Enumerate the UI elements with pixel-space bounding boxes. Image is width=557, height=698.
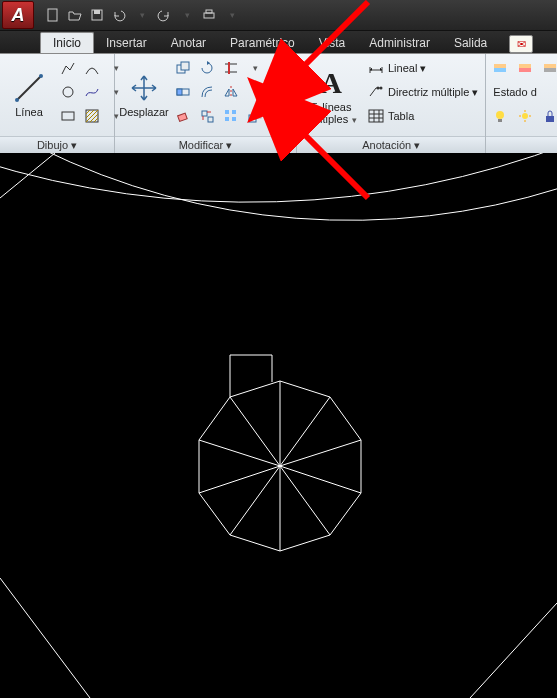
quick-access-toolbar: ▾ ▾ ▾ bbox=[44, 6, 241, 24]
svg-rect-22 bbox=[225, 117, 229, 121]
panel-modificar: Desplazar ▾ ▾ ▾ ▾ ▾ Modifi bbox=[115, 54, 297, 153]
open-icon[interactable] bbox=[66, 6, 84, 24]
svg-rect-25 bbox=[253, 110, 261, 118]
svg-line-5 bbox=[17, 76, 41, 100]
join-icon[interactable]: ▾ bbox=[268, 105, 294, 127]
rectangle-icon[interactable] bbox=[57, 105, 79, 127]
directriz-button[interactable]: Directriz múltiple ▾ bbox=[364, 81, 482, 103]
scale-icon[interactable] bbox=[244, 105, 266, 127]
save-icon[interactable] bbox=[88, 6, 106, 24]
undo-icon[interactable] bbox=[110, 6, 128, 24]
explode-icon[interactable] bbox=[196, 105, 218, 127]
tab-parametrico[interactable]: Paramétrico bbox=[218, 33, 307, 53]
copy-icon[interactable] bbox=[172, 57, 194, 79]
svg-rect-9 bbox=[62, 112, 74, 120]
annotation-rows: Lineal ▾ Directriz múltiple ▾ Tabla bbox=[364, 57, 482, 133]
extend-icon[interactable]: ▾ bbox=[268, 57, 294, 79]
arc-icon[interactable] bbox=[81, 57, 103, 79]
bulb-icon[interactable] bbox=[489, 105, 511, 127]
mtext-button[interactable]: A T. líneas múltiples ▾ bbox=[300, 57, 362, 133]
panel-anotacion: A T. líneas múltiples ▾ Lineal ▾ Directr… bbox=[297, 54, 486, 153]
panel-title-dibujo[interactable]: Dibujo ▾ bbox=[0, 136, 114, 153]
svg-point-6 bbox=[15, 98, 19, 102]
panel-title-anotacion[interactable]: Anotación ▾ bbox=[297, 136, 485, 153]
svg-rect-2 bbox=[94, 10, 100, 14]
svg-rect-37 bbox=[498, 119, 502, 122]
line-icon bbox=[13, 72, 45, 104]
leader-icon bbox=[368, 84, 384, 100]
stretch-icon[interactable] bbox=[172, 81, 194, 103]
help-icon[interactable]: ✉ bbox=[509, 35, 533, 53]
hatch-icon[interactable] bbox=[81, 105, 103, 127]
app-menu-button[interactable]: A bbox=[2, 1, 34, 29]
svg-rect-32 bbox=[519, 64, 531, 68]
svg-point-7 bbox=[39, 74, 43, 78]
ribbon-tabs: Inicio Insertar Anotar Paramétrico Vista… bbox=[0, 31, 557, 54]
svg-rect-43 bbox=[546, 116, 554, 122]
svg-line-56 bbox=[0, 578, 90, 698]
desplazar-button[interactable]: Desplazar bbox=[118, 57, 170, 133]
circle-icon[interactable] bbox=[57, 81, 79, 103]
array-icon[interactable] bbox=[220, 105, 242, 127]
new-icon[interactable] bbox=[44, 6, 62, 24]
modify-drop-col: ▾ ▾ ▾ bbox=[268, 57, 294, 133]
polyline-icon[interactable] bbox=[57, 57, 79, 79]
qat-dropdown-icon[interactable]: ▾ bbox=[223, 6, 241, 24]
svg-line-57 bbox=[470, 603, 557, 698]
tabla-button[interactable]: Tabla bbox=[364, 105, 482, 127]
tab-inicio[interactable]: Inicio bbox=[40, 32, 94, 53]
svg-line-47 bbox=[280, 397, 330, 466]
spline-icon[interactable] bbox=[81, 81, 103, 103]
redo-icon[interactable] bbox=[155, 6, 173, 24]
layer-icon-2[interactable] bbox=[514, 57, 536, 79]
svg-rect-15 bbox=[178, 113, 188, 121]
print-icon[interactable] bbox=[200, 6, 218, 24]
svg-rect-3 bbox=[204, 13, 214, 18]
tab-administrar[interactable]: Administrar bbox=[357, 33, 442, 53]
undo-dropdown-icon[interactable]: ▾ bbox=[133, 6, 151, 24]
svg-rect-14 bbox=[177, 89, 182, 95]
layer-icon-3[interactable] bbox=[539, 57, 557, 79]
svg-rect-12 bbox=[181, 62, 189, 70]
svg-rect-33 bbox=[519, 68, 531, 72]
svg-line-50 bbox=[280, 466, 330, 535]
sun-icon[interactable] bbox=[514, 105, 536, 127]
svg-line-54 bbox=[199, 440, 280, 466]
tab-anotar[interactable]: Anotar bbox=[159, 33, 218, 53]
offset-icon[interactable] bbox=[196, 81, 218, 103]
svg-rect-16 bbox=[202, 111, 207, 116]
panel-title-modificar[interactable]: Modificar ▾ bbox=[115, 136, 296, 153]
dimension-icon bbox=[368, 60, 384, 76]
estado-button[interactable]: Estado d bbox=[489, 81, 557, 103]
erase-icon[interactable] bbox=[172, 105, 194, 127]
layer-icon-1[interactable] bbox=[489, 57, 511, 79]
mirror-icon[interactable] bbox=[220, 81, 242, 103]
svg-rect-30 bbox=[494, 64, 506, 68]
lineal-button[interactable]: Lineal ▾ bbox=[364, 57, 482, 79]
mod-drop-1[interactable]: ▾ bbox=[244, 57, 266, 79]
redo-dropdown-icon[interactable]: ▾ bbox=[178, 6, 196, 24]
svg-rect-17 bbox=[208, 117, 213, 122]
tab-insertar[interactable]: Insertar bbox=[94, 33, 159, 53]
linea-button[interactable]: Línea bbox=[3, 57, 55, 133]
svg-line-48 bbox=[280, 440, 361, 466]
mod-drop-2[interactable]: ▾ bbox=[244, 81, 266, 103]
titlebar: A ▾ ▾ ▾ bbox=[0, 0, 557, 31]
svg-rect-31 bbox=[494, 68, 506, 72]
svg-rect-34 bbox=[544, 64, 556, 68]
svg-point-38 bbox=[522, 113, 528, 119]
svg-point-36 bbox=[496, 111, 504, 119]
svg-rect-23 bbox=[232, 117, 236, 121]
fillet-icon[interactable]: ▾ bbox=[268, 81, 294, 103]
svg-rect-26 bbox=[272, 114, 284, 119]
rotate-icon[interactable] bbox=[196, 57, 218, 79]
svg-point-27 bbox=[377, 87, 380, 90]
trim-icon[interactable] bbox=[220, 57, 242, 79]
lock-icon[interactable] bbox=[539, 105, 557, 127]
tab-vista[interactable]: Vista bbox=[307, 33, 357, 53]
panel-dibujo: Línea ▾ ▾ ▾ Dibujo ▾ bbox=[0, 54, 115, 153]
panel-capas: Estado d bbox=[486, 54, 557, 153]
tab-salida[interactable]: Salida bbox=[442, 33, 499, 53]
drawing-canvas[interactable] bbox=[0, 153, 557, 698]
panel-title-capas[interactable] bbox=[486, 136, 557, 153]
